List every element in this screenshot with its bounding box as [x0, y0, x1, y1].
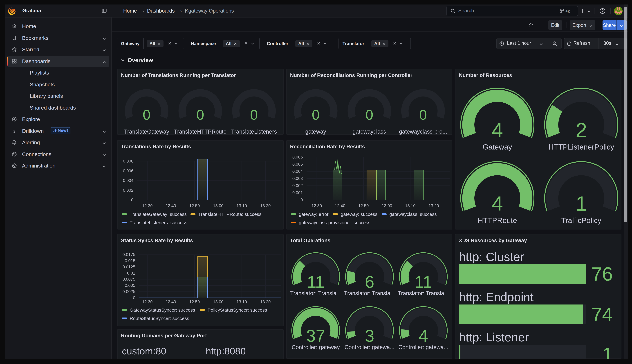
svg-text:13:00: 13:00: [213, 204, 223, 208]
svg-text:12:30: 12:30: [142, 204, 153, 208]
svg-text:0.008: 0.008: [123, 159, 133, 164]
svg-text:0.004: 0.004: [292, 169, 303, 174]
svg-text:6: 6: [365, 272, 374, 291]
svg-text:0.0125: 0.0125: [122, 265, 135, 269]
svg-text:TranslateListeners: TranslateListeners: [231, 128, 277, 135]
svg-text:0: 0: [366, 107, 373, 122]
svg-text:0: 0: [196, 107, 204, 122]
svg-text:TranslateGateway: TranslateGateway: [124, 128, 169, 135]
svg-text:13:00: 13:00: [213, 300, 223, 304]
svg-text:0.001: 0.001: [292, 190, 303, 195]
svg-text:0.003: 0.003: [292, 176, 303, 181]
svg-text:76: 76: [591, 263, 613, 285]
svg-text:Controller: gateway: Controller: gateway: [292, 344, 340, 350]
svg-text:0: 0: [300, 198, 303, 202]
svg-text:0.005: 0.005: [125, 283, 135, 288]
svg-text:Translator: Transla...: Translator: Transla...: [398, 290, 449, 296]
svg-text:13:10: 13:10: [236, 300, 247, 304]
svg-text:http: Endpoint: http: Endpoint: [459, 290, 534, 304]
svg-text:0.0175: 0.0175: [122, 252, 135, 257]
svg-text:+k: +k: [565, 9, 570, 14]
svg-text:12:40: 12:40: [166, 204, 176, 208]
svg-text:12:40: 12:40: [335, 204, 345, 208]
svg-text:Translator: Transla...: Translator: Transla...: [290, 290, 341, 296]
svg-text:gatewayclass: gatewayclass: [353, 128, 386, 135]
svg-text:1: 1: [575, 192, 587, 215]
svg-text:12:30: 12:30: [311, 204, 322, 208]
svg-text:0.002: 0.002: [292, 183, 303, 188]
svg-text:3: 3: [365, 326, 374, 345]
svg-text:Controller: gatewa...: Controller: gatewa...: [345, 344, 395, 350]
svg-text:1: 1: [602, 344, 613, 359]
svg-text:HTTPRoute: HTTPRoute: [478, 216, 517, 224]
svg-text:2: 2: [575, 119, 587, 142]
svg-text:gateway: gateway: [305, 128, 326, 135]
svg-text:12:30: 12:30: [142, 300, 153, 304]
svg-text:Gateway: Gateway: [483, 143, 512, 151]
svg-text:13:00: 13:00: [382, 204, 392, 208]
svg-text:0: 0: [143, 107, 150, 122]
svg-text:11: 11: [307, 272, 325, 291]
svg-text:HTTPListenerPolicy: HTTPListenerPolicy: [548, 143, 614, 151]
svg-text:0.002: 0.002: [123, 188, 133, 192]
svg-text:0: 0: [250, 107, 258, 122]
svg-text:12:50: 12:50: [189, 300, 200, 304]
svg-text:37: 37: [306, 326, 325, 345]
svg-text:gatewayclass-pro...: gatewayclass-pro...: [399, 128, 447, 135]
svg-text:Controller: gatewa...: Controller: gatewa...: [398, 344, 448, 350]
svg-text:4: 4: [419, 326, 428, 345]
svg-text:74: 74: [591, 304, 613, 325]
svg-text:13:10: 13:10: [405, 204, 416, 208]
svg-text:13:20: 13:20: [429, 204, 439, 208]
svg-text:0.005: 0.005: [292, 162, 303, 166]
svg-text:http: Cluster: http: Cluster: [459, 250, 524, 264]
svg-text:TrafficPolicy: TrafficPolicy: [561, 216, 601, 224]
svg-text:12:50: 12:50: [358, 204, 369, 208]
svg-text:0: 0: [419, 107, 427, 122]
svg-text:0.015: 0.015: [125, 258, 135, 263]
svg-text:13:20: 13:20: [260, 204, 271, 208]
svg-text:13:20: 13:20: [260, 300, 271, 304]
svg-text:0: 0: [131, 198, 133, 202]
svg-text:4: 4: [492, 192, 503, 215]
svg-text:0: 0: [312, 107, 320, 122]
svg-text:11: 11: [415, 272, 432, 291]
svg-text:0.006: 0.006: [292, 155, 303, 160]
svg-text:13:10: 13:10: [236, 204, 247, 208]
svg-text:0.006: 0.006: [123, 168, 133, 173]
svg-text:0.0075: 0.0075: [122, 277, 135, 282]
svg-text:0.01: 0.01: [127, 271, 135, 276]
svg-text:http: Listener: http: Listener: [459, 330, 529, 344]
svg-text:0.004: 0.004: [123, 178, 133, 183]
svg-text:4: 4: [492, 119, 503, 142]
svg-text:TranslateHTTPRoute: TranslateHTTPRoute: [174, 128, 227, 135]
svg-text:12:50: 12:50: [189, 204, 200, 208]
svg-text:Translator: Transla...: Translator: Transla...: [344, 290, 395, 296]
svg-text:0: 0: [133, 296, 135, 300]
svg-text:12:40: 12:40: [166, 300, 176, 304]
svg-text:0.0025: 0.0025: [122, 289, 135, 294]
